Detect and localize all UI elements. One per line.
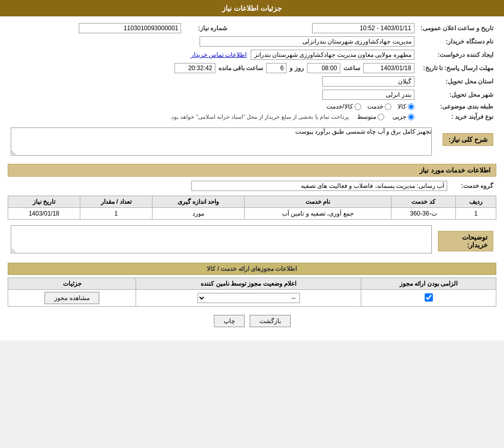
service-group-table: گروه خدمت: <box>8 179 496 193</box>
purchase-motavaset-item[interactable]: متوسط <box>357 113 384 120</box>
permit-section-title: اطلاعات مجوزهای ارائه خدمت / کالا <box>8 263 496 275</box>
permit-status-select[interactable]: -- <box>198 293 300 303</box>
need-number-label: شماره نیاز: <box>184 22 230 35</box>
need-desc-label: شرح کلی نیاز: <box>443 133 493 146</box>
service-section-title: اطلاعات خدمات مورد نیاز <box>8 164 496 177</box>
deadline-label: مهلت ارسال پاسخ: تا تاریخ: <box>418 61 496 75</box>
creator-input[interactable] <box>251 50 414 60</box>
purchase-note: پرداخت تمام یا بخشی از مبلغ خریدار از مح… <box>170 114 349 120</box>
purchase-jozi-radio[interactable] <box>408 114 414 120</box>
purchase-jozi-item[interactable]: جزیی <box>392 113 414 120</box>
province-input[interactable] <box>322 76 414 87</box>
page-title: جزئیات اطلاعات نیاز <box>222 4 282 12</box>
permit-col-required: الزامی بودن ارائه مجوز <box>361 278 496 290</box>
buyer-desc-textarea[interactable] <box>11 225 432 253</box>
category-kala-item[interactable]: کالا <box>398 103 414 110</box>
cell-name: جمع آوری، تصفیه و تامین آب <box>245 208 391 220</box>
creator-contact-link[interactable]: اطلاعات تماس خریدار <box>191 51 247 58</box>
permit-status-cell: -- <box>136 290 361 307</box>
category-both-label: کالا/خدمت <box>326 103 353 110</box>
service-group-input[interactable] <box>191 181 447 191</box>
col-code: کد خدمت <box>391 196 456 208</box>
page-header: جزئیات اطلاعات نیاز <box>0 0 504 16</box>
deadline-days-input[interactable] <box>266 63 287 73</box>
col-date: تاریخ نیاز <box>8 196 80 208</box>
category-both-radio[interactable] <box>355 103 361 110</box>
category-khedmat-label: خدمت <box>367 103 383 110</box>
category-label: طبقه بندی موضوعی: <box>418 101 496 112</box>
col-unit: واحد اندازه گیری <box>152 196 244 208</box>
need-info-table: تاریخ و ساعت اعلان عمومی: شماره نیاز: نا… <box>8 22 496 122</box>
permit-row: -- مشاهده مجوز <box>8 290 496 307</box>
deadline-time-input[interactable] <box>307 63 340 73</box>
deadline-days-label: روز و <box>290 65 303 72</box>
city-label: شهر محل تحویل: <box>418 88 496 101</box>
buyer-desc-section: توضیحات خریدار: <box>8 224 496 257</box>
service-group-label: گروه خدمت: <box>450 179 496 193</box>
buyer-org-label: نام دستگاه خریدار: <box>418 35 496 48</box>
deadline-time-label: ساعت <box>343 65 360 72</box>
deadline-date-input[interactable] <box>363 63 414 73</box>
category-khedmat-radio[interactable] <box>385 103 391 110</box>
creator-label: ایجاد کننده درخواست: <box>418 48 496 61</box>
announce-date-input[interactable] <box>312 23 414 33</box>
buyer-desc-label: توضیحات خریدار: <box>438 231 493 251</box>
cell-row: 1 <box>456 208 496 220</box>
category-kala-radio[interactable] <box>408 103 414 110</box>
cell-unit: مورد <box>152 208 244 220</box>
cell-code: ت-36-360 <box>391 208 456 220</box>
bottom-buttons: بازگشت چاپ <box>8 309 496 335</box>
province-label: استان محل تحویل: <box>418 75 496 88</box>
purchase-motavaset-label: متوسط <box>357 113 376 120</box>
permit-view-button[interactable]: مشاهده مجوز <box>45 292 99 304</box>
col-row: ردیف <box>456 196 496 208</box>
print-button[interactable]: چاپ <box>214 315 245 327</box>
services-table: ردیف کد خدمت نام خدمت واحد اندازه گیری ت… <box>8 196 496 220</box>
permit-table: الزامی بودن ارائه مجوز اعلام وضعیت مجوز … <box>8 278 496 307</box>
need-number-input[interactable] <box>79 23 181 33</box>
deadline-remaining-label: ساعت باقی مانده <box>218 65 264 72</box>
permit-required-cell <box>361 290 496 307</box>
deadline-remaining-input[interactable] <box>174 63 215 73</box>
announce-date-label: تاریخ و ساعت اعلان عمومی: <box>418 22 496 35</box>
need-desc-section: شرح کلی نیاز: <box>8 126 496 159</box>
buyer-org-input[interactable] <box>200 36 414 47</box>
table-row: 1ت-36-360جمع آوری، تصفیه و تامین آبمورد1… <box>8 208 496 220</box>
col-count: تعداد / مقدار <box>80 196 152 208</box>
cell-date: 1403/01/18 <box>8 208 80 220</box>
category-khedmat-item[interactable]: خدمت <box>367 103 391 110</box>
cell-count: 1 <box>80 208 152 220</box>
back-button[interactable]: بازگشت <box>250 315 291 327</box>
permit-details-cell: مشاهده مجوز <box>8 290 136 307</box>
col-name: نام خدمت <box>245 196 391 208</box>
purchase-motavaset-radio[interactable] <box>378 114 384 120</box>
permit-col-details: جزئیات <box>8 278 136 290</box>
main-content: تاریخ و ساعت اعلان عمومی: شماره نیاز: نا… <box>0 16 504 340</box>
city-input[interactable] <box>322 90 414 100</box>
purchase-type-label: نوع فرآیند خرید : <box>418 112 496 122</box>
page-container: جزئیات اطلاعات نیاز تاریخ و ساعت اعلان ع… <box>0 0 504 340</box>
category-both-item[interactable]: کالا/خدمت <box>326 103 361 110</box>
category-kala-label: کالا <box>398 103 406 110</box>
permit-col-status: اعلام وضعیت مجوز توسط نامین کننده <box>136 278 361 290</box>
need-desc-textarea[interactable] <box>11 127 432 156</box>
permit-required-checkbox[interactable] <box>425 293 433 302</box>
purchase-jozi-label: جزیی <box>392 113 406 120</box>
